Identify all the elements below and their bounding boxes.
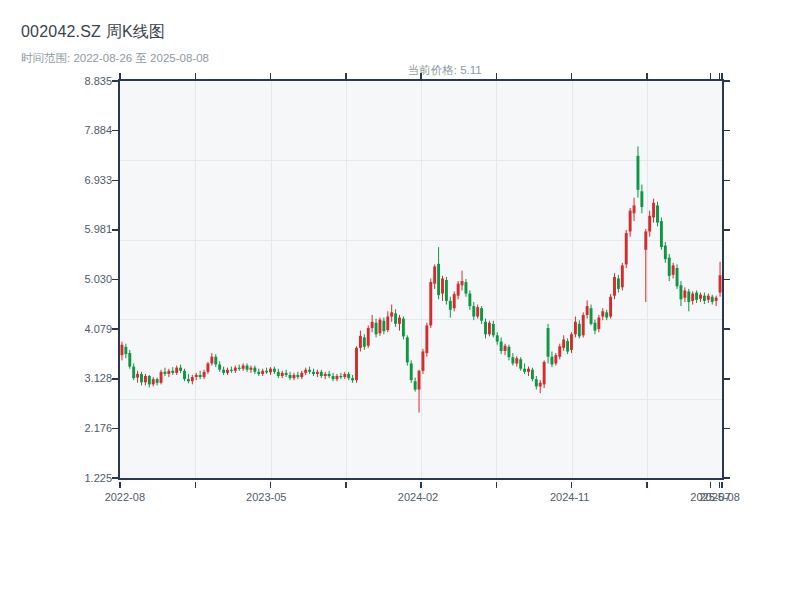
candlestick-series <box>120 81 722 478</box>
candle-wick <box>462 271 463 291</box>
candle-body <box>476 307 479 316</box>
x-tick-mark <box>270 482 272 488</box>
candle-body <box>304 370 307 373</box>
y-tick-mark <box>724 180 730 182</box>
candle-body <box>605 312 608 317</box>
y-tick-label: 8.835 <box>42 75 112 87</box>
candle-wick <box>524 363 525 373</box>
candle-body <box>128 353 131 367</box>
candle-body <box>418 371 421 390</box>
date-range-label: 时间范围: 2022-08-26 至 2025-08-08 <box>21 51 209 66</box>
y-tick-mark <box>112 130 118 132</box>
candle-body <box>515 358 518 363</box>
candle-body <box>164 372 167 374</box>
candle-body <box>336 376 339 379</box>
candle-body <box>328 374 331 376</box>
candle-body <box>218 365 221 370</box>
candle-body <box>453 294 456 308</box>
x-tick-label: 2024-11 <box>528 491 612 503</box>
candle-body <box>652 203 655 218</box>
candle-body <box>719 275 722 292</box>
candle-body <box>140 374 143 382</box>
candle-body <box>136 374 139 378</box>
candle-wick <box>540 380 541 393</box>
candle-body <box>281 373 284 376</box>
candle-body <box>230 370 233 371</box>
y-tick-mark <box>112 428 118 430</box>
y-tick-label: 3.128 <box>42 372 112 384</box>
candle-body <box>316 372 319 374</box>
y-tick-label: 4.079 <box>42 323 112 335</box>
candle-body <box>629 211 632 232</box>
candle-body <box>574 322 577 335</box>
x-tick-label: 2022-08 <box>83 491 167 503</box>
x-tick-mark <box>195 73 197 79</box>
x-tick-mark <box>420 73 422 79</box>
y-tick-mark <box>112 279 118 281</box>
candle-body <box>711 297 714 302</box>
candle-body <box>637 156 640 190</box>
candle-body <box>394 313 397 323</box>
candle-body <box>250 368 253 370</box>
x-tick-mark <box>119 73 121 79</box>
candle-body <box>339 376 342 377</box>
candle-body <box>609 297 612 317</box>
candle-body <box>187 379 190 381</box>
kline-chart-window: 002042.SZ 周K线图 时间范围: 2022-08-26 至 2025-0… <box>0 0 800 600</box>
candle-body <box>273 369 276 372</box>
candle-body <box>375 323 378 334</box>
candle-body <box>312 372 315 374</box>
candle-body <box>676 268 679 286</box>
candle-body <box>363 337 366 346</box>
candle-body <box>504 346 507 351</box>
candle-body <box>480 308 483 321</box>
candle-body <box>472 306 475 316</box>
candle-body <box>253 368 256 372</box>
candle-body <box>257 372 260 374</box>
y-tick-label: 2.176 <box>42 422 112 434</box>
x-tick-label: 2024-02 <box>376 491 460 503</box>
candle-body <box>656 205 659 222</box>
candle-body <box>210 357 213 364</box>
y-tick-mark <box>724 130 730 132</box>
candle-body <box>402 319 405 337</box>
candle-body <box>308 370 311 372</box>
x-tick-mark <box>710 482 712 488</box>
candle-body <box>222 370 225 373</box>
candle-body <box>672 265 675 274</box>
candle-body <box>214 357 217 365</box>
candle-body <box>621 265 624 287</box>
candle-body <box>707 296 710 300</box>
candle-body <box>425 325 428 353</box>
y-tick-mark <box>112 80 118 82</box>
candle-body <box>289 375 292 378</box>
candle-body <box>465 282 468 293</box>
candle-body <box>531 370 534 379</box>
candle-body <box>226 370 229 373</box>
x-tick-mark <box>496 73 498 79</box>
candle-body <box>332 376 335 379</box>
candle-body <box>359 336 362 348</box>
y-tick-mark <box>724 477 730 479</box>
candle-body <box>558 346 561 356</box>
candle-body <box>570 334 573 350</box>
candle-body <box>691 294 694 301</box>
candle-body <box>496 335 499 341</box>
candle-body <box>324 374 327 376</box>
candle-body <box>535 379 538 386</box>
candle-body <box>175 368 178 373</box>
y-tick-mark <box>112 378 118 380</box>
candle-body <box>648 216 651 232</box>
candle-body <box>246 366 249 370</box>
candle-body <box>277 372 280 376</box>
candle-body <box>265 371 268 373</box>
candle-body <box>601 311 604 316</box>
candle-body <box>683 290 686 297</box>
candle-body <box>367 328 370 346</box>
x-tick-mark <box>719 482 721 488</box>
candle-body <box>625 233 628 264</box>
candle-body <box>269 369 272 373</box>
candle-body <box>695 293 698 300</box>
candle-body <box>687 292 690 302</box>
candle-body <box>613 277 616 296</box>
